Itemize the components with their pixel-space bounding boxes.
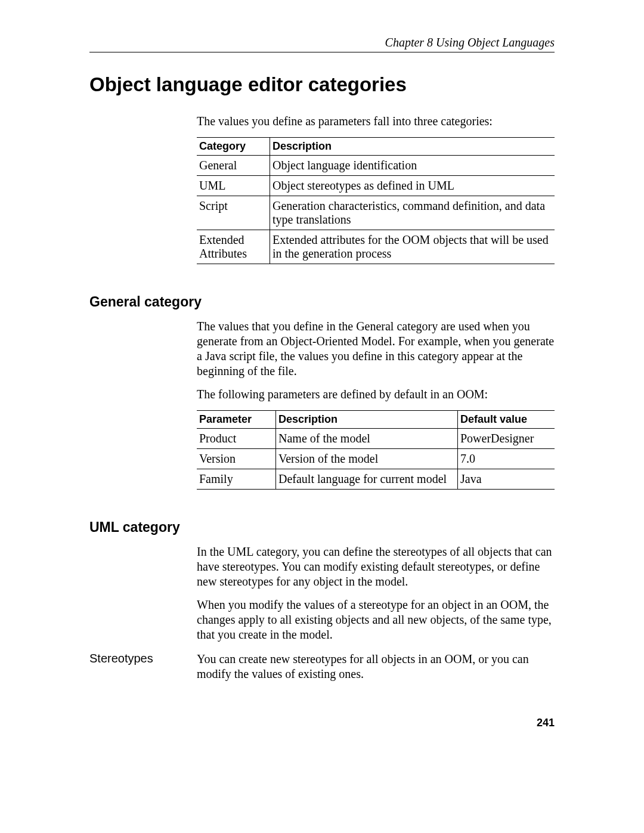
cell: Generation characteristics, command defi… [270,196,555,230]
cell: Family [197,469,276,490]
cell: UML [197,176,270,196]
table-row: Product Name of the model PowerDesigner [197,429,555,449]
intro-block: The values you define as parameters fall… [197,114,555,264]
cell: Object stereotypes as defined in UML [270,176,555,196]
page: Chapter 8 Using Object Languages Object … [0,0,644,765]
parameters-table: Parameter Description Default value Prod… [197,410,555,490]
uml-p2: When you modify the values of a stereoty… [197,597,555,642]
margin-label-stereotypes: Stereotypes [89,652,197,690]
general-p1: The values that you define in the Genera… [197,319,555,379]
section-general-heading: General category [89,294,555,310]
col-default-value: Default value [458,411,555,429]
table-row: Extended Attributes Extended attributes … [197,230,555,264]
col-parameter: Parameter [197,411,276,429]
table-row: General Object language identification [197,156,555,176]
cell: Java [458,469,555,490]
cell: Name of the model [276,429,458,449]
cell: Version [197,449,276,469]
cell: Extended attributes for the OOM objects … [270,230,555,264]
table-row: Version Version of the model 7.0 [197,449,555,469]
cell: Default language for current model [276,469,458,490]
table-row: UML Object stereotypes as defined in UML [197,176,555,196]
cell: 7.0 [458,449,555,469]
cell: Script [197,196,270,230]
stereotypes-row: Stereotypes You can create new stereotyp… [89,652,555,690]
page-number: 241 [89,717,555,729]
intro-text: The values you define as parameters fall… [197,114,555,129]
general-p2: The following parameters are defined by … [197,387,555,402]
running-header: Chapter 8 Using Object Languages [89,36,555,52]
table-row: Family Default language for current mode… [197,469,555,490]
col-description: Description [270,138,555,156]
cell: General [197,156,270,176]
cell: Object language identification [270,156,555,176]
uml-p1: In the UML category, you can define the … [197,544,555,589]
col-description: Description [276,411,458,429]
col-category: Category [197,138,270,156]
page-title: Object language editor categories [89,73,555,96]
table-row: Script Generation characteristics, comma… [197,196,555,230]
categories-table: Category Description General Object lang… [197,137,555,264]
general-block: The values that you define in the Genera… [197,319,555,490]
uml-block: In the UML category, you can define the … [197,544,555,642]
uml-p3: You can create new stereotypes for all o… [197,652,555,682]
cell: Extended Attributes [197,230,270,264]
cell: PowerDesigner [458,429,555,449]
cell: Product [197,429,276,449]
cell: Version of the model [276,449,458,469]
section-uml-heading: UML category [89,519,555,535]
